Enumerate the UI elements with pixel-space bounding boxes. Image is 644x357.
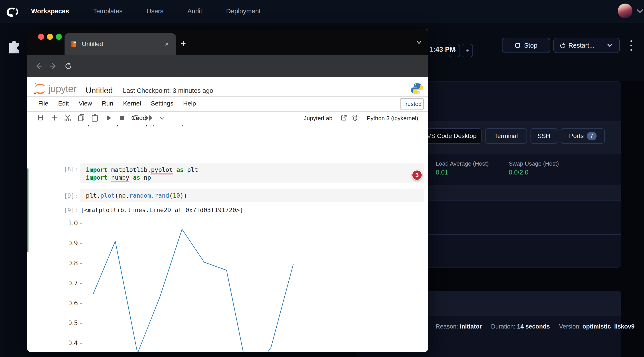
browser-window: Untitled × + 5555--main--test--matifali.… — [27, 29, 428, 352]
ssh-label: SSH — [538, 132, 550, 140]
restart-options-button[interactable] — [600, 38, 619, 52]
tab-search-chevron-icon[interactable] — [416, 40, 422, 45]
chevron-down-icon — [606, 43, 613, 48]
header-divider — [27, 96, 428, 96]
workspace-menu-kebab[interactable] — [630, 40, 632, 51]
reason-value: initiator — [460, 323, 482, 330]
chevron-down-icon[interactable] — [636, 8, 644, 14]
load-average-value: 0.01 — [436, 169, 448, 176]
cell8-line2: import numpy as np — [86, 174, 151, 181]
duration-value: 14 seconds — [517, 323, 550, 330]
terminal-button[interactable]: Terminal — [485, 128, 527, 144]
version-value[interactable]: optimistic_liskov9 — [582, 323, 634, 330]
zoom-in-button[interactable]: + — [462, 44, 473, 57]
nav-item-templates[interactable]: Templates — [93, 8, 122, 15]
debugger-bug-icon[interactable] — [352, 114, 359, 121]
browser-tab[interactable]: Untitled × — [64, 34, 176, 55]
cell8-prompt: [8]: — [54, 166, 78, 173]
save-icon[interactable] — [37, 114, 44, 122]
svg-text:1.0: 1.0 — [69, 220, 78, 227]
trusted-button[interactable]: Trusted — [400, 98, 424, 110]
jupyter-logo-icon — [33, 82, 48, 96]
notification-badge[interactable]: 3 — [412, 170, 422, 180]
menu-kernel[interactable]: Kernel — [123, 100, 141, 107]
restart-label: Restart... — [568, 42, 594, 49]
cell-type-chevron-icon[interactable] — [159, 117, 165, 120]
nav-item-deployment[interactable]: Deployment — [226, 8, 260, 15]
copy-cell-icon[interactable] — [78, 114, 85, 122]
reload-icon[interactable] — [64, 62, 72, 70]
nav-item-audit[interactable]: Audit — [187, 8, 202, 15]
window-maximize-button[interactable] — [56, 34, 62, 40]
active-cell-indicator — [27, 168, 28, 252]
menu-view[interactable]: View — [78, 100, 92, 107]
forward-icon[interactable] — [50, 62, 58, 70]
ssh-button[interactable]: SSH — [530, 128, 557, 144]
version-label: Version: — [559, 323, 581, 330]
load-average-label: Load Average (Host) — [436, 160, 489, 167]
back-icon[interactable] — [35, 62, 43, 70]
cell9-line1: plt.plot(np.random.rand(10)) — [86, 192, 187, 199]
kernel-name[interactable]: Python 3 (ipykernel) — [367, 115, 418, 122]
nav-item-users[interactable]: Users — [147, 8, 164, 15]
menu-run[interactable]: Run — [102, 100, 113, 107]
top-navigation-bar: Workspaces Templates Users Audit Deploym… — [0, 0, 644, 22]
window-minimize-button[interactable] — [47, 34, 53, 40]
menu-help[interactable]: Help — [183, 100, 196, 107]
nav-item-workspaces[interactable]: Workspaces — [31, 8, 69, 15]
notebook-title[interactable]: Untitled — [86, 86, 113, 95]
terminal-label: Terminal — [494, 132, 518, 140]
paste-cell-icon[interactable] — [91, 114, 98, 122]
add-cell-icon[interactable] — [51, 114, 58, 122]
avatar[interactable] — [618, 4, 632, 18]
restart-button[interactable]: Restart... — [554, 38, 600, 52]
jupyterlab-link[interactable]: JupyterLab — [304, 115, 332, 122]
swap-usage-label: Swap Usage (Host) — [509, 160, 559, 167]
output-prompt: [9]: — [54, 207, 78, 214]
tab-close-icon[interactable]: × — [165, 40, 169, 48]
puzzle-piece-icon — [8, 36, 22, 54]
jupyter-toolbar: Code JupyterLab Python 3 (ipykernel) — [27, 111, 428, 125]
new-tab-button[interactable]: + — [181, 40, 186, 48]
browser-tab-strip: Untitled × + — [27, 29, 428, 55]
external-link-icon[interactable] — [340, 114, 347, 121]
svg-text:0.8: 0.8 — [69, 260, 78, 267]
menu-settings[interactable]: Settings — [151, 100, 173, 107]
notebook-scroll-area[interactable]: import matplotlib.pyplot as plt [8]: imp… — [27, 125, 428, 352]
tab-title: Untitled — [82, 40, 103, 48]
window-close-button[interactable] — [38, 34, 44, 40]
interrupt-kernel-icon[interactable] — [119, 115, 125, 121]
menu-file[interactable]: File — [38, 100, 48, 107]
vscode-desktop-label: VS Code Desktop — [427, 132, 477, 140]
zoom-out-button[interactable]: − — [449, 44, 460, 57]
clipped-previous-cell: import matplotlib.pyplot as plt — [80, 125, 348, 128]
output-repr-text: [<matplotlib.lines.Line2D at 0x7fd03f191… — [80, 206, 244, 214]
jupyter-notebook-page: jupyter Untitled Last Checkpoint: 3 minu… — [27, 77, 428, 352]
stop-workspace-button[interactable]: Stop — [502, 38, 550, 53]
ports-count-badge: 7 — [587, 132, 596, 140]
svg-text:0.7: 0.7 — [69, 280, 78, 287]
python-logo-icon — [410, 82, 424, 95]
cell9-prompt: [9]: — [54, 192, 78, 199]
primary-nav: Workspaces Templates Users Audit Deploym… — [31, 0, 260, 22]
cell9-input[interactable]: plt.plot(np.random.rand(10)) — [80, 189, 424, 202]
browser-toolbar: 5555--main--test--matifali.atif.cdr.dev/… — [27, 55, 428, 77]
vscode-desktop-button[interactable]: VS Code Desktop — [422, 128, 482, 144]
restart-workspace-button-group: Restart... — [554, 38, 620, 53]
coder-logo-icon[interactable] — [5, 5, 19, 18]
svg-text:0.5: 0.5 — [69, 320, 78, 327]
swap-usage-value: 0.0/2.0 — [509, 169, 528, 176]
cell8-input[interactable]: import matplotlib.pyplot as plt import n… — [80, 163, 424, 184]
cell-type-dropdown[interactable]: Code — [131, 114, 146, 122]
menu-edit[interactable]: Edit — [58, 100, 69, 107]
restart-icon — [559, 42, 565, 48]
stop-label: Stop — [524, 42, 538, 49]
jupyter-brand-text: jupyter — [48, 83, 76, 94]
jupyter-favicon — [71, 40, 77, 48]
matplotlib-chart: 1.00.90.80.70.60.50.40.30.202468 — [69, 220, 312, 352]
svg-text:0.4: 0.4 — [69, 340, 78, 347]
ports-label: Ports — [569, 132, 584, 140]
run-cell-icon[interactable] — [106, 114, 112, 122]
cut-cell-icon[interactable] — [64, 114, 72, 122]
ports-button[interactable]: Ports 7 — [561, 128, 605, 144]
